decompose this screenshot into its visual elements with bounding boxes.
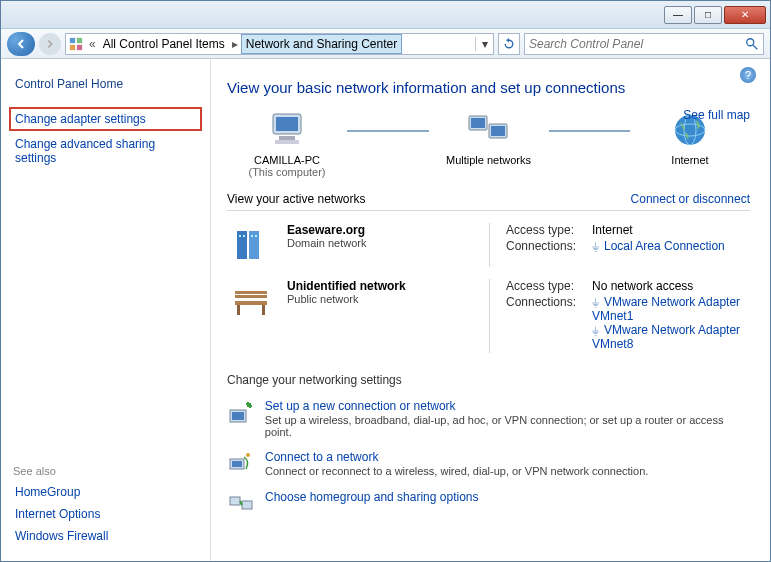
- access-type-label: Access type:: [506, 279, 586, 293]
- active-networks-label: View your active networks: [227, 192, 366, 206]
- connection-link[interactable]: VMware Network Adapter VMnet8: [592, 323, 740, 351]
- access-type-label: Access type:: [506, 223, 586, 237]
- search-box[interactable]: [524, 33, 764, 55]
- connect-network-link[interactable]: Connect to a network: [265, 450, 378, 464]
- active-networks-header: View your active networks Connect or dis…: [227, 188, 750, 211]
- address-bar[interactable]: « All Control Panel Items ▸ Network and …: [65, 33, 494, 55]
- connect-network-icon: [227, 450, 255, 478]
- network-details: Access type: No network access Connectio…: [489, 279, 750, 353]
- svg-rect-0: [70, 37, 75, 42]
- homegroup-icon: [227, 490, 255, 518]
- network-row: Unidentified network Public network Acce…: [227, 273, 750, 359]
- setup-connection-icon: [227, 399, 255, 427]
- access-type-value: Internet: [592, 223, 750, 237]
- change-adapter-settings-link[interactable]: Change adapter settings: [9, 107, 202, 131]
- setup-connection-link[interactable]: Set up a new connection or network: [265, 399, 456, 413]
- minimize-button[interactable]: —: [664, 6, 692, 24]
- help-button[interactable]: ?: [740, 67, 756, 83]
- svg-rect-24: [237, 305, 240, 315]
- connection-icon: ⏚: [592, 323, 602, 337]
- topology-line: [347, 130, 429, 132]
- computer-subtitle: (This computer): [227, 166, 347, 178]
- maximize-button[interactable]: □: [694, 6, 722, 24]
- topology-networks: Multiple networks: [429, 108, 549, 166]
- network-row: Easeware.org Domain network Access type:…: [227, 217, 750, 273]
- svg-rect-25: [262, 305, 265, 315]
- network-info: Unidentified network Public network: [287, 279, 477, 353]
- network-name: Unidentified network: [287, 279, 477, 293]
- refresh-button[interactable]: [498, 33, 520, 55]
- internet-options-link[interactable]: Internet Options: [13, 503, 198, 525]
- page-heading: View your basic network information and …: [227, 79, 750, 96]
- control-panel-home-link[interactable]: Control Panel Home: [13, 73, 198, 95]
- svg-rect-17: [237, 231, 247, 259]
- close-button[interactable]: ✕: [724, 6, 766, 24]
- svg-point-4: [747, 38, 754, 45]
- svg-rect-33: [230, 497, 240, 505]
- svg-rect-23: [235, 301, 267, 305]
- main-panel: ? View your basic network information an…: [211, 59, 770, 561]
- svg-rect-9: [275, 140, 299, 144]
- connection-icon: ⏚: [592, 295, 602, 309]
- topology-computer: CAMILLA-PC (This computer): [227, 108, 347, 178]
- network-type: Domain network: [287, 237, 477, 249]
- computer-icon: [227, 108, 347, 152]
- task-description: Set up a wireless, broadband, dial-up, a…: [265, 414, 750, 438]
- svg-rect-29: [232, 412, 244, 420]
- homegroup-link[interactable]: HomeGroup: [13, 481, 198, 503]
- sidebar: Control Panel Home Change adapter settin…: [1, 59, 211, 561]
- content-area: Control Panel Home Change adapter settin…: [1, 59, 770, 561]
- network-type: Public network: [287, 293, 477, 305]
- svg-rect-19: [239, 235, 241, 237]
- access-type-value: No network access: [592, 279, 750, 293]
- svg-rect-3: [77, 44, 82, 49]
- svg-rect-21: [251, 235, 253, 237]
- network-details: Access type: Internet Connections: ⏚Loca…: [489, 223, 750, 267]
- breadcrumb-all-items[interactable]: All Control Panel Items: [99, 34, 229, 54]
- svg-rect-7: [276, 117, 298, 131]
- svg-rect-18: [249, 231, 259, 259]
- see-full-map-link[interactable]: See full map: [683, 108, 750, 122]
- breadcrumb-network-sharing[interactable]: Network and Sharing Center: [241, 34, 402, 54]
- navigation-bar: « All Control Panel Items ▸ Network and …: [1, 29, 770, 59]
- svg-rect-34: [242, 501, 252, 509]
- titlebar: — □ ✕: [1, 1, 770, 29]
- topology-line: [549, 130, 631, 132]
- search-icon[interactable]: [745, 37, 759, 51]
- networks-label: Multiple networks: [429, 154, 549, 166]
- breadcrumb-prefix[interactable]: «: [86, 37, 99, 51]
- internet-label: Internet: [630, 154, 750, 166]
- computer-name: CAMILLA-PC: [227, 154, 347, 166]
- networks-icon: [429, 108, 549, 152]
- public-network-icon: [227, 279, 275, 323]
- svg-line-5: [753, 44, 757, 48]
- connect-disconnect-link[interactable]: Connect or disconnect: [631, 192, 750, 206]
- network-info: Easeware.org Domain network: [287, 223, 477, 267]
- svg-rect-13: [491, 126, 505, 136]
- domain-network-icon: [227, 223, 275, 267]
- search-input[interactable]: [529, 37, 745, 51]
- change-advanced-sharing-link[interactable]: Change advanced sharing settings: [13, 133, 198, 169]
- svg-rect-27: [235, 291, 267, 294]
- svg-rect-1: [77, 37, 82, 42]
- svg-rect-26: [235, 295, 267, 298]
- homegroup-sharing-link[interactable]: Choose homegroup and sharing options: [265, 490, 478, 504]
- task-item: Choose homegroup and sharing options: [227, 484, 750, 524]
- address-dropdown[interactable]: ▾: [475, 37, 493, 51]
- svg-rect-22: [255, 235, 257, 237]
- task-description: Connect or reconnect to a wireless, wire…: [265, 465, 648, 477]
- chevron-right-icon[interactable]: ▸: [229, 37, 241, 51]
- back-button[interactable]: [7, 32, 35, 56]
- connection-icon: ⏚: [592, 239, 602, 253]
- see-also-heading: See also: [13, 465, 198, 477]
- svg-rect-20: [243, 235, 245, 237]
- svg-rect-2: [70, 44, 75, 49]
- windows-firewall-link[interactable]: Windows Firewall: [13, 525, 198, 547]
- connections-label: Connections:: [506, 239, 586, 253]
- task-item: Connect to a network Connect or reconnec…: [227, 444, 750, 484]
- svg-rect-11: [471, 118, 485, 128]
- forward-button: [39, 33, 61, 55]
- connection-link[interactable]: VMware Network Adapter VMnet1: [592, 295, 740, 323]
- connection-link[interactable]: Local Area Connection: [604, 239, 725, 253]
- task-item: Set up a new connection or network Set u…: [227, 393, 750, 444]
